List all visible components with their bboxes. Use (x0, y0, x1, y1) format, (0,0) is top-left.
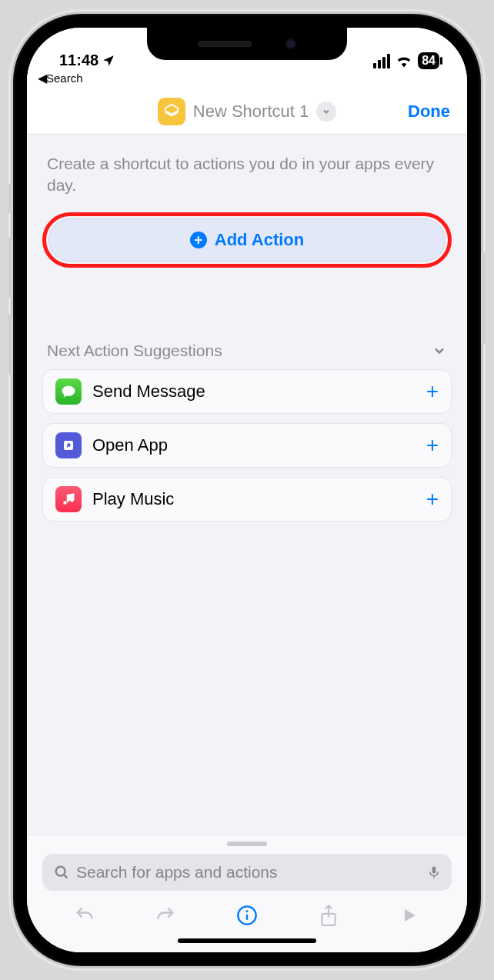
search-input[interactable]: Search for apps and actions (42, 854, 452, 891)
breadcrumb-back[interactable]: ◀ Search (27, 69, 467, 88)
undo-button[interactable] (72, 903, 97, 928)
plus-icon[interactable]: + (426, 379, 439, 404)
svg-point-1 (56, 867, 65, 876)
content-area: Create a shortcut to actions you do in y… (27, 135, 467, 833)
svg-line-2 (64, 875, 67, 878)
device-frame: 11:48 84 ◀ Search New Shortcut 1 (13, 14, 481, 966)
svg-rect-3 (432, 867, 436, 874)
info-button[interactable] (235, 903, 259, 928)
shortcut-app-icon (158, 98, 185, 125)
microphone-icon[interactable] (427, 864, 441, 881)
wifi-icon (396, 54, 412, 68)
chevron-down-icon (432, 343, 447, 358)
open-app-icon (55, 432, 82, 458)
plus-icon[interactable]: + (426, 487, 439, 512)
sheet-grabber[interactable] (227, 842, 267, 846)
shortcut-title-group[interactable]: New Shortcut 1 (158, 98, 336, 125)
nav-header: New Shortcut 1 Done (27, 88, 467, 135)
description-text: Create a shortcut to actions you do in y… (42, 135, 452, 212)
suggestion-label: Play Music (92, 489, 416, 509)
suggestion-list: Send Message + Open App + Play Music + (42, 369, 452, 522)
cellular-signal-icon (373, 54, 390, 68)
breadcrumb-label: Search (46, 72, 83, 85)
search-icon (53, 864, 70, 881)
plus-circle-icon: + (190, 232, 207, 248)
screen: 11:48 84 ◀ Search New Shortcut 1 (27, 28, 467, 952)
location-icon (102, 54, 115, 68)
redo-button[interactable] (153, 903, 178, 928)
suggestion-open-app[interactable]: Open App + (42, 423, 452, 468)
home-indicator[interactable] (178, 938, 316, 943)
suggestion-send-message[interactable]: Send Message + (42, 369, 452, 414)
search-placeholder: Search for apps and actions (76, 863, 421, 882)
suggestion-label: Open App (92, 435, 416, 455)
play-button[interactable] (397, 903, 422, 928)
toolbar (27, 891, 467, 928)
battery-percent: 84 (422, 54, 436, 68)
suggestion-label: Send Message (92, 382, 416, 402)
plus-icon[interactable]: + (426, 433, 439, 458)
messages-app-icon (55, 378, 82, 405)
battery-indicator: 84 (418, 52, 439, 69)
music-app-icon (55, 486, 82, 512)
share-button[interactable] (316, 903, 341, 928)
speaker (198, 41, 252, 47)
svg-point-6 (246, 910, 249, 912)
chevron-down-icon[interactable] (316, 102, 336, 122)
suggestions-header[interactable]: Next Action Suggestions (42, 342, 452, 369)
status-time: 11:48 (59, 52, 98, 69)
highlight-annotation: + Add Action (42, 212, 452, 268)
suggestion-play-music[interactable]: Play Music + (42, 477, 452, 522)
suggestions-title: Next Action Suggestions (47, 342, 222, 360)
add-action-label: Add Action (215, 230, 305, 250)
notch (147, 28, 347, 60)
front-camera (285, 38, 296, 49)
bottom-sheet: Search for apps and actions (27, 835, 467, 952)
shortcut-title: New Shortcut 1 (193, 102, 309, 122)
done-button[interactable]: Done (408, 102, 450, 122)
add-action-button[interactable]: + Add Action (48, 218, 446, 262)
